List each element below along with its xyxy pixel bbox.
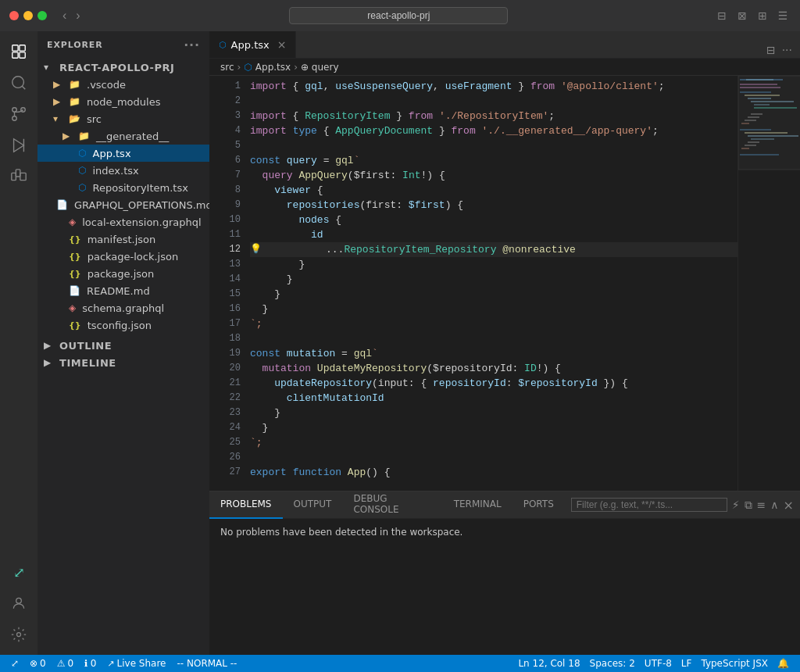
activity-extensions[interactable] <box>5 163 33 191</box>
tab-close-button[interactable]: × <box>277 38 287 51</box>
line-num-11: 11 <box>209 227 241 242</box>
activity-settings[interactable] <box>5 620 33 649</box>
back-button[interactable]: ‹ <box>59 7 70 24</box>
code-line-22: clientMutationId <box>250 391 738 406</box>
tree-label-node-modules: node_modules <box>87 96 160 108</box>
split-editor-icon[interactable]: ⊠ <box>734 8 750 23</box>
tree-item-index-tsx[interactable]: ⬡ index.tsx <box>38 162 209 179</box>
clear-output-icon[interactable]: ≡ <box>757 499 766 511</box>
activity-account[interactable] <box>5 589 33 617</box>
status-language[interactable]: TypeScript JSX <box>696 655 773 672</box>
code-line-27: export function App() { <box>250 465 738 480</box>
tree-item-app-tsx[interactable]: ⬡ App.tsx <box>38 145 209 162</box>
status-spaces[interactable]: Spaces: 2 <box>585 655 640 672</box>
status-notifications[interactable]: 🔔 <box>773 655 794 672</box>
status-vim-mode: -- NORMAL -- <box>172 655 241 672</box>
md-file-icon2: 📄 <box>69 285 80 296</box>
code-line-19: const mutation = gql` <box>250 346 738 361</box>
tree-item-readme[interactable]: 📄 README.md <box>38 282 209 299</box>
code-line-6: const query = gql` <box>250 153 738 168</box>
tab-app-tsx[interactable]: ⬡ App.tsx × <box>209 31 296 58</box>
svg-point-6 <box>12 116 17 121</box>
activity-remote[interactable]: ⤢ <box>5 558 33 586</box>
light-bulb-icon[interactable]: 💡 <box>250 242 262 257</box>
panel-tab-ports[interactable]: PORTS <box>512 491 565 519</box>
status-position[interactable]: Ln 12, Col 18 <box>513 655 584 672</box>
code-line-5 <box>250 138 738 153</box>
tree-item-outline[interactable]: ▶ OUTLINE <box>38 337 209 354</box>
tree-item-timeline[interactable]: ▶ TIMELINE <box>38 354 209 371</box>
minimize-button[interactable] <box>23 11 33 20</box>
tree-item-manifest[interactable]: {} manifest.json <box>38 231 209 248</box>
tree-label-package: package.json <box>88 268 155 280</box>
sidebar-title: EXPLORER <box>47 40 103 50</box>
code-line-17: `; <box>250 316 738 331</box>
close-panel-icon[interactable]: × <box>784 498 794 513</box>
collapse-panel-icon[interactable]: ∧ <box>770 499 778 511</box>
panel-filter-input[interactable] <box>571 498 727 512</box>
code-content[interactable]: import { gql, useSuspenseQuery, useFragm… <box>247 76 738 491</box>
status-left: ⤢ ⊗ 0 ⚠ 0 ℹ 0 ↗ Live Share -- NORMAL -- <box>6 655 241 672</box>
svg-rect-38 <box>738 76 800 170</box>
activity-run[interactable] <box>5 131 33 159</box>
split-editor-button[interactable]: ⊟ <box>765 42 777 58</box>
tree-item-vscode[interactable]: ▶ 📁 .vscode <box>38 76 209 93</box>
panel-tab-problems[interactable]: PROBLEMS <box>209 491 283 519</box>
sidebar-more-button[interactable]: ··· <box>184 38 200 52</box>
status-warnings[interactable]: ⚠ 0 <box>52 655 78 672</box>
layout-icon[interactable]: ⊞ <box>755 8 770 23</box>
tree-item-repository-item[interactable]: ⬡ RepositoryItem.tsx <box>38 179 209 196</box>
chevron-right-icon2: ▶ <box>53 96 66 107</box>
activity-search[interactable] <box>5 69 33 97</box>
tree-item-graphql-operations[interactable]: 📄 GRAPHQL_OPERATIONS.md <box>38 196 209 213</box>
folder-icon2: 📁 <box>69 96 80 107</box>
tree-item-node-modules[interactable]: ▶ 📁 node_modules <box>38 93 209 110</box>
tree-item-local-extension[interactable]: ◈ local-extension.graphql <box>38 213 209 231</box>
status-remote-button[interactable]: ⤢ <box>6 655 23 672</box>
tree-label-manifest: manifest.json <box>88 234 156 245</box>
tab-label: App.tsx <box>231 39 270 51</box>
title-search-input[interactable] <box>289 7 508 24</box>
position-text: Ln 12, Col 18 <box>518 658 580 669</box>
breadcrumb-query[interactable]: ⊕ query <box>301 62 339 73</box>
more-actions-button[interactable]: ··· <box>780 42 794 58</box>
breadcrumb-src[interactable]: src <box>220 62 234 73</box>
chevron-down-icon2: ▾ <box>53 113 66 124</box>
chevron-right-outline-icon: ▶ <box>44 340 56 351</box>
breadcrumb-app-tsx-label[interactable]: App.tsx <box>255 62 291 73</box>
tree-item-schema[interactable]: ◈ schema.graphql <box>38 299 209 316</box>
filter-icon[interactable]: ⚡ <box>732 499 740 511</box>
copy-output-icon[interactable]: ⧉ <box>745 499 752 512</box>
code-editor[interactable]: 1 2 3 4 5 6 7 8 9 10 11 12 13 14 15 16 1 <box>209 76 738 491</box>
tree-item-package[interactable]: {} package.json <box>38 265 209 282</box>
panel-layout-icon[interactable]: ⊟ <box>714 8 730 23</box>
status-eol[interactable]: LF <box>677 655 697 672</box>
panel-tab-terminal[interactable]: TERMINAL <box>443 491 512 519</box>
forward-button[interactable]: › <box>73 7 83 24</box>
tree-item-package-lock[interactable]: {} package-lock.json <box>38 248 209 265</box>
panel-tab-debug-console[interactable]: DEBUG CONSOLE <box>342 491 442 519</box>
maximize-button[interactable] <box>38 11 47 20</box>
code-line-1: import { gql, useSuspenseQuery, useFragm… <box>250 79 738 94</box>
tree-item-src[interactable]: ▾ 📂 src <box>38 110 209 127</box>
status-liveshare[interactable]: ↗ Live Share <box>102 655 170 672</box>
line-num-2: 2 <box>209 94 241 109</box>
status-errors[interactable]: ⊗ 0 <box>25 655 51 672</box>
code-line-2 <box>250 94 738 109</box>
status-encoding[interactable]: UTF-8 <box>640 655 677 672</box>
tree-item-tsconfig[interactable]: {} tsconfig.json <box>38 316 209 334</box>
breadcrumb-app-tsx[interactable]: ⬡ <box>244 62 252 73</box>
tree-item-generated[interactable]: ▶ 📁 __generated__ <box>38 127 209 145</box>
activity-explorer[interactable] <box>5 38 33 66</box>
line-num-24: 24 <box>209 420 241 435</box>
activity-source-control[interactable] <box>5 100 33 128</box>
code-line-3: import { RepositoryItem } from './Reposi… <box>250 109 738 123</box>
status-info[interactable]: ℹ 0 <box>80 655 101 672</box>
panel-tab-output[interactable]: OUTPUT <box>283 491 343 519</box>
code-line-7: query AppQuery($first: Int!) { <box>250 168 738 183</box>
customize-layout-icon[interactable]: ☰ <box>775 8 791 23</box>
remote-icon: ⤢ <box>11 658 19 669</box>
tree-item-root[interactable]: ▾ REACT-APOLLO-PRJ <box>38 59 209 76</box>
line-num-17: 17 <box>209 316 241 331</box>
close-button[interactable] <box>9 11 19 20</box>
